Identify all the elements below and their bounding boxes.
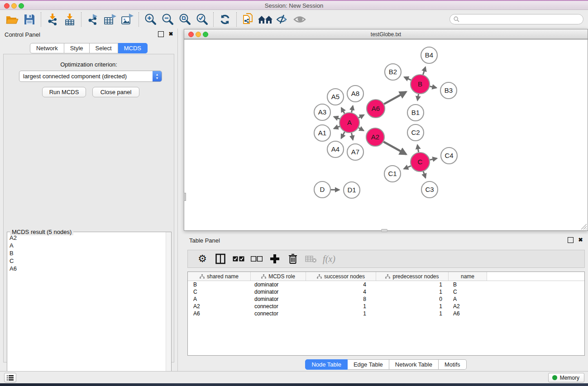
show-all-networks-button[interactable] bbox=[257, 12, 274, 27]
graph-edge-A-A2[interactable] bbox=[359, 128, 363, 130]
table-row[interactable]: A6connector11A6 bbox=[188, 310, 584, 317]
network-canvas[interactable]: B4B2BB3A5A8A6A3B1AA1C2A2A4A7C4CC1C3DD1 bbox=[184, 40, 588, 230]
tab-select[interactable]: Select bbox=[90, 43, 118, 53]
zoom-fit-button[interactable] bbox=[176, 12, 193, 27]
zoom-in-button[interactable] bbox=[142, 12, 159, 27]
trash-icon bbox=[288, 253, 297, 264]
table-cell: A bbox=[188, 296, 251, 302]
result-item[interactable]: B bbox=[7, 249, 166, 257]
import-table-icon bbox=[63, 13, 76, 26]
result-scrollbar[interactable] bbox=[166, 232, 171, 385]
graph-edge-A6-B[interactable] bbox=[384, 92, 406, 104]
optimization-criterion-label: Optimization criterion: bbox=[4, 61, 174, 68]
birds-eye-view-button[interactable] bbox=[291, 12, 308, 27]
zoom-out-button[interactable] bbox=[159, 12, 176, 27]
create-column-button[interactable] bbox=[266, 252, 284, 266]
import-table-button[interactable] bbox=[61, 12, 78, 27]
export-image-icon bbox=[120, 13, 134, 26]
graph-edge-A-A5[interactable] bbox=[341, 108, 344, 114]
table-settings-button[interactable]: ⚙ bbox=[193, 252, 211, 266]
delete-table-icon bbox=[305, 255, 317, 263]
memory-button[interactable]: Memory bbox=[548, 373, 584, 382]
graph-edge-C-C3[interactable] bbox=[423, 172, 425, 178]
search-box[interactable] bbox=[449, 14, 583, 24]
splitter-handle-bottom[interactable] bbox=[381, 229, 387, 232]
tab-network[interactable]: Network bbox=[30, 43, 64, 53]
show-panel-list-button[interactable] bbox=[4, 373, 16, 382]
clone-network-button[interactable] bbox=[239, 12, 257, 27]
table-body: Bdominator41BCdominator41CAdominator80AA… bbox=[188, 281, 584, 317]
tab-mcds[interactable]: MCDS bbox=[118, 43, 148, 53]
column-header-predecessor-nodes[interactable]: predecessor nodes bbox=[376, 272, 449, 281]
close-panel-icon[interactable]: ✖ bbox=[168, 31, 174, 37]
table-row[interactable]: Cdominator41C bbox=[188, 288, 584, 295]
column-header-MCDS-role[interactable]: MCDS role bbox=[251, 272, 306, 281]
graph-edge-C-C1[interactable] bbox=[404, 166, 411, 169]
table-float-icon[interactable] bbox=[568, 237, 574, 243]
export-image-button[interactable] bbox=[119, 12, 136, 27]
table-close-icon[interactable]: ✖ bbox=[578, 237, 583, 243]
graph-edge-A-A7[interactable] bbox=[352, 133, 353, 140]
export-network-button[interactable] bbox=[84, 12, 101, 27]
splitter-handle-left[interactable] bbox=[184, 193, 186, 201]
refresh-icon bbox=[219, 14, 231, 25]
graph-edge-B-B2[interactable] bbox=[404, 77, 411, 80]
zoom-out-icon bbox=[161, 13, 174, 26]
close-panel-button[interactable]: Close panel bbox=[92, 87, 139, 97]
graph-edge-B-B1[interactable] bbox=[417, 94, 418, 100]
graph-edge-C-C2[interactable] bbox=[417, 145, 418, 152]
graphics-details-button[interactable] bbox=[274, 12, 291, 27]
function-builder-button[interactable]: f(x) bbox=[320, 252, 338, 266]
search-input[interactable] bbox=[462, 16, 579, 23]
refresh-button[interactable] bbox=[216, 12, 234, 27]
app-window: Session: New Session bbox=[0, 0, 588, 383]
tab-style[interactable]: Style bbox=[64, 43, 90, 53]
table-tab-node-table[interactable]: Node Table bbox=[305, 359, 348, 370]
graph-node-label: C4 bbox=[445, 152, 453, 159]
network-window-titlebar[interactable]: testGlobe.txt bbox=[184, 29, 588, 39]
table-cell: A6 bbox=[188, 310, 251, 317]
mcds-result-list[interactable]: A2ABCA6 bbox=[7, 234, 166, 385]
graph-edge-A-A6[interactable] bbox=[359, 115, 364, 118]
zoom-selected-button[interactable] bbox=[193, 12, 210, 27]
float-panel-icon[interactable] bbox=[158, 31, 164, 37]
table-row[interactable]: A2connector11A2 bbox=[188, 303, 584, 310]
column-header-successor-nodes[interactable]: successor nodes bbox=[306, 272, 376, 281]
table-row[interactable]: Adominator80A bbox=[188, 295, 584, 303]
delete-table-button[interactable] bbox=[302, 252, 320, 266]
open-folder-icon bbox=[5, 14, 19, 25]
unselect-all-columns-button[interactable] bbox=[248, 252, 266, 266]
table-row[interactable]: Bdominator41B bbox=[188, 281, 584, 288]
column-header-name[interactable]: name bbox=[449, 272, 487, 281]
table-tab-edge-table[interactable]: Edge Table bbox=[348, 359, 389, 370]
table-tab-motifs[interactable]: Motifs bbox=[439, 359, 467, 370]
select-all-columns-button[interactable] bbox=[229, 252, 248, 266]
graph-edge-B-B3[interactable] bbox=[430, 86, 436, 88]
graph-edge-C-C4[interactable] bbox=[430, 158, 437, 160]
network-graph[interactable]: B4B2BB3A5A8A6A3B1AA1C2A2A4A7C4CC1C3DD1 bbox=[184, 40, 588, 230]
graph-edge-A-A3[interactable] bbox=[334, 117, 340, 119]
graph-edge-B-B4[interactable] bbox=[423, 67, 425, 75]
graph-edge-A-A1[interactable] bbox=[334, 126, 340, 129]
export-table-button[interactable] bbox=[101, 12, 119, 27]
open-session-button[interactable] bbox=[4, 12, 21, 27]
resize-grip-icon[interactable] bbox=[580, 223, 587, 230]
import-network-button[interactable] bbox=[44, 12, 61, 27]
result-item[interactable]: A6 bbox=[7, 265, 166, 272]
table-tab-network-table[interactable]: Network Table bbox=[389, 359, 439, 370]
node-table[interactable]: shared nameMCDS rolesuccessor nodesprede… bbox=[187, 272, 585, 356]
table-cell: A6 bbox=[449, 310, 487, 317]
criterion-dropdown[interactable]: largest connected component (directed) ▲… bbox=[19, 71, 162, 82]
graph-edge-A-A4[interactable] bbox=[341, 132, 344, 138]
graph-edge-A-A8[interactable] bbox=[352, 106, 353, 112]
delete-columns-button[interactable] bbox=[284, 252, 302, 266]
app-titlebar[interactable]: Session: New Session bbox=[0, 0, 588, 10]
result-item[interactable]: A bbox=[7, 242, 166, 249]
result-item[interactable]: C bbox=[7, 257, 166, 265]
show-columns-button[interactable] bbox=[211, 252, 229, 266]
save-session-button[interactable] bbox=[21, 12, 38, 27]
run-mcds-button[interactable]: Run MCDS bbox=[42, 87, 86, 97]
column-header-shared-name[interactable]: shared name bbox=[188, 272, 251, 281]
result-item[interactable]: A2 bbox=[7, 234, 166, 242]
graph-edge-A2-C[interactable] bbox=[383, 142, 406, 154]
